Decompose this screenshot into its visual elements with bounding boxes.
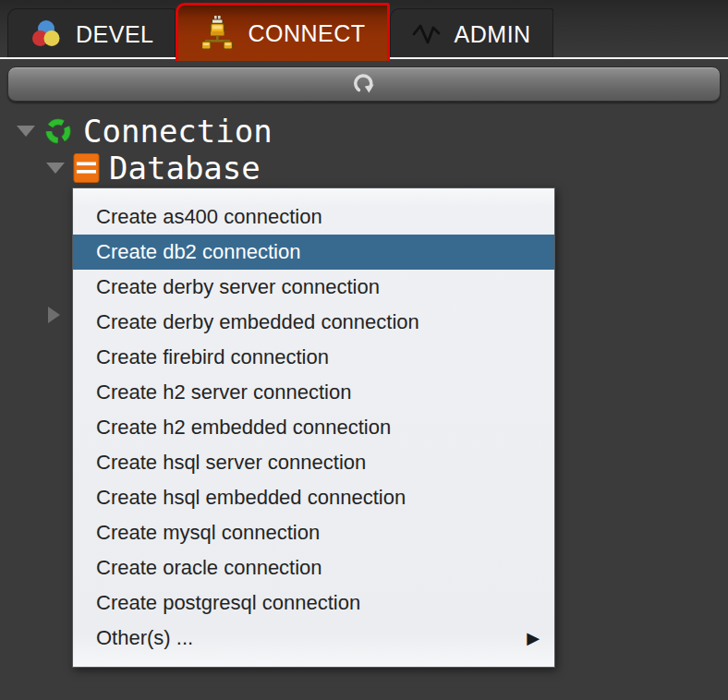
connection-tree: Connection Database bbox=[0, 102, 728, 187]
tree-row-database[interactable]: Database bbox=[0, 150, 728, 187]
expander-right-icon[interactable] bbox=[48, 307, 60, 323]
tab-connect-label: CONNECT bbox=[248, 20, 365, 47]
tree-row-connection[interactable]: Connection bbox=[0, 113, 728, 150]
tab-devel-label: DEVEL bbox=[76, 21, 153, 48]
tab-admin-label: ADMIN bbox=[455, 21, 531, 48]
refresh-icon bbox=[350, 70, 378, 98]
tab-admin[interactable]: ADMIN bbox=[390, 8, 553, 59]
connection-ring-icon bbox=[42, 115, 74, 147]
tree-label-database: Database bbox=[109, 150, 261, 187]
database-icon bbox=[73, 152, 100, 184]
palette-icon bbox=[30, 18, 63, 50]
menu-item-as400[interactable]: Create as400 connection bbox=[73, 199, 554, 235]
menu-item-postgresql[interactable]: Create postgresql connection bbox=[73, 585, 554, 621]
create-connection-menu: Create as400 connection Create db2 conne… bbox=[72, 187, 555, 668]
menu-item-derby-server[interactable]: Create derby server connection bbox=[73, 270, 554, 305]
pulse-icon bbox=[412, 19, 442, 49]
tree-label-connection: Connection bbox=[83, 113, 273, 150]
menu-item-db2[interactable]: Create db2 connection bbox=[73, 235, 554, 270]
menu-item-firebird[interactable]: Create firebird connection bbox=[73, 340, 554, 375]
expander-down-icon[interactable] bbox=[17, 126, 35, 137]
submenu-arrow-icon: ▶ bbox=[527, 628, 540, 648]
menu-item-derby-embedded[interactable]: Create derby embedded connection bbox=[73, 305, 554, 340]
tab-devel[interactable]: DEVEL bbox=[7, 8, 176, 59]
expander-down-icon[interactable] bbox=[46, 163, 65, 174]
menu-item-others[interactable]: Other(s) ... ▶ bbox=[73, 621, 554, 656]
connector-icon bbox=[200, 15, 235, 52]
menu-item-hsql-embedded[interactable]: Create hsql embedded connection bbox=[73, 480, 554, 515]
tab-bar: DEVEL CONNECT bbox=[0, 0, 728, 59]
menu-item-h2-server[interactable]: Create h2 server connection bbox=[73, 375, 554, 410]
refresh-button[interactable] bbox=[7, 66, 721, 102]
menu-item-oracle[interactable]: Create oracle connection bbox=[73, 550, 554, 585]
menu-item-mysql[interactable]: Create mysql connection bbox=[73, 515, 554, 550]
menu-item-h2-embedded[interactable]: Create h2 embedded connection bbox=[73, 410, 554, 445]
menu-item-hsql-server[interactable]: Create hsql server connection bbox=[73, 445, 554, 480]
tab-connect[interactable]: CONNECT bbox=[176, 3, 389, 61]
